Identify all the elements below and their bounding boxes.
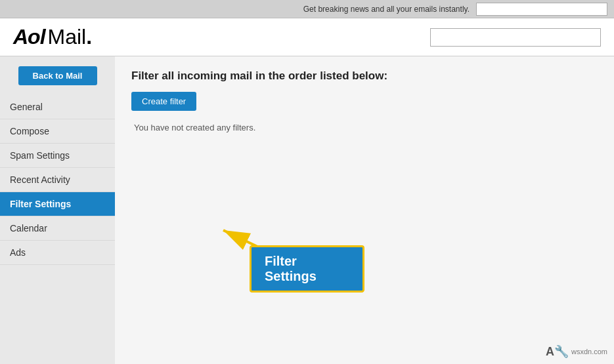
sidebar-item-ads[interactable]: Ads bbox=[0, 241, 115, 265]
content-area: Filter all incoming mail in the order li… bbox=[115, 56, 614, 364]
main-layout: Back to Mail General Compose Spam Settin… bbox=[0, 56, 614, 364]
create-filter-button[interactable]: Create filter bbox=[131, 92, 196, 111]
aol-brand: Aol bbox=[13, 25, 45, 49]
back-to-mail-button[interactable]: Back to Mail bbox=[18, 66, 97, 85]
annotation-overlay: Filter Settings bbox=[154, 168, 364, 299]
sidebar-item-calendar[interactable]: Calendar bbox=[0, 216, 115, 241]
sidebar-item-compose[interactable]: Compose bbox=[0, 119, 115, 144]
sidebar-item-filter-settings[interactable]: Filter Settings bbox=[0, 192, 115, 216]
svg-line-1 bbox=[223, 230, 305, 270]
arrow-svg bbox=[154, 168, 364, 299]
appuals-logo: A🔧 bbox=[546, 344, 569, 359]
content-title: Filter all incoming mail in the order li… bbox=[131, 70, 598, 83]
aol-logo: Aol Mail . bbox=[13, 25, 92, 49]
no-filters-message: You have not created any filters. bbox=[134, 123, 598, 132]
top-bar: Get breaking news and all your emails in… bbox=[0, 0, 614, 18]
watermark-site: wsxdn.com bbox=[571, 348, 607, 355]
sidebar: Back to Mail General Compose Spam Settin… bbox=[0, 56, 115, 364]
annotation-label: Filter Settings bbox=[250, 245, 364, 293]
watermark: A🔧 wsxdn.com bbox=[546, 344, 607, 359]
mail-brand: Mail bbox=[48, 25, 87, 49]
header: Aol Mail . bbox=[0, 18, 614, 56]
sidebar-item-spam-settings[interactable]: Spam Settings bbox=[0, 144, 115, 168]
sidebar-nav: General Compose Spam Settings Recent Act… bbox=[0, 95, 115, 265]
sidebar-item-general[interactable]: General bbox=[0, 95, 115, 119]
top-bar-text: Get breaking news and all your emails in… bbox=[303, 5, 470, 14]
header-search-input[interactable] bbox=[430, 28, 601, 47]
mail-dot: . bbox=[86, 25, 92, 49]
sidebar-item-recent-activity[interactable]: Recent Activity bbox=[0, 168, 115, 192]
top-search-input[interactable] bbox=[476, 3, 607, 16]
